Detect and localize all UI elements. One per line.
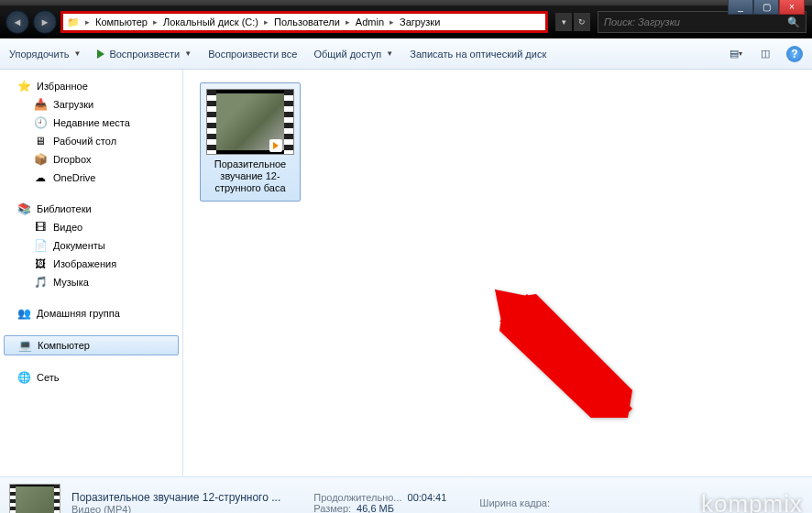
close-button[interactable]: × bbox=[779, 0, 805, 15]
documents-icon: 📄 bbox=[33, 238, 48, 253]
forward-button[interactable]: ► bbox=[33, 10, 57, 34]
file-name: Поразительное звучание 12-струнного баса bbox=[204, 158, 296, 195]
sidebar-label: Компьютер bbox=[38, 340, 90, 351]
preview-pane-button[interactable]: ◫ bbox=[757, 46, 774, 62]
details-thumbnail bbox=[9, 484, 60, 514]
breadcrumb-item[interactable]: Пользователи bbox=[272, 16, 342, 27]
refresh-button[interactable]: ↻ bbox=[574, 13, 590, 31]
details-duration-label: Продолжительно... bbox=[313, 492, 401, 503]
downloads-icon: 📥 bbox=[33, 97, 48, 112]
sidebar-item-label: Музыка bbox=[53, 277, 89, 288]
organize-button[interactable]: Упорядочить ▼ bbox=[9, 49, 81, 60]
sidebar-network-header[interactable]: 🌐 Сеть bbox=[0, 368, 182, 387]
sidebar-item-videos[interactable]: 🎞Видео bbox=[0, 218, 182, 236]
help-button[interactable]: ? bbox=[786, 46, 803, 62]
libraries-icon: 📚 bbox=[16, 202, 31, 216]
watermark: kompmix bbox=[701, 490, 803, 513]
main-area: ⭐ Избранное 📥Загрузки 🕘Недавние места 🖥Р… bbox=[0, 70, 812, 476]
minimize-button[interactable]: _ bbox=[728, 0, 753, 15]
titlebar: _ ▢ × bbox=[0, 0, 812, 5]
share-button[interactable]: Общий доступ ▼ bbox=[313, 49, 393, 60]
chevron-down-icon: ▼ bbox=[73, 49, 81, 58]
file-list[interactable]: Поразительное звучание 12-струнного баса bbox=[183, 70, 812, 476]
address-bar[interactable]: 📁 ▸ Компьютер ▸ Локальный диск (C:) ▸ По… bbox=[60, 11, 548, 33]
sidebar-item-label: OneDrive bbox=[53, 172, 95, 183]
annotation-arrow bbox=[495, 289, 642, 420]
chevron-down-icon: ▼ bbox=[184, 49, 192, 58]
pictures-icon: 🖼 bbox=[33, 256, 48, 271]
breadcrumb-item[interactable]: Загрузки bbox=[398, 16, 442, 27]
share-label: Общий доступ bbox=[313, 49, 381, 60]
play-all-button[interactable]: Воспроизвести все bbox=[208, 49, 297, 60]
play-button[interactable]: Воспроизвести ▼ bbox=[97, 49, 192, 60]
burn-button[interactable]: Записать на оптический диск bbox=[410, 49, 546, 60]
chevron-right-icon: ▸ bbox=[260, 17, 272, 27]
chevron-down-icon: ▼ bbox=[386, 49, 393, 58]
details-title: Поразительное звучание 12-струнного ... bbox=[71, 491, 280, 504]
navigation-bar: ◄ ► 📁 ▸ Компьютер ▸ Локальный диск (C:) … bbox=[0, 5, 812, 38]
play-icon bbox=[97, 49, 104, 59]
star-icon: ⭐ bbox=[16, 79, 31, 93]
breadcrumb-item[interactable]: Локальный диск (C:) bbox=[161, 16, 260, 27]
sidebar-label: Сеть bbox=[37, 372, 59, 383]
chevron-right-icon: ▸ bbox=[342, 17, 354, 27]
search-input[interactable] bbox=[604, 16, 787, 27]
sidebar-homegroup-header[interactable]: 👥 Домашняя группа bbox=[0, 304, 182, 322]
address-dropdown-button[interactable]: ▾ bbox=[555, 13, 572, 31]
breadcrumb-item[interactable]: Компьютер bbox=[93, 16, 149, 27]
play-overlay-icon bbox=[269, 139, 282, 152]
sidebar-item-documents[interactable]: 📄Документы bbox=[0, 236, 182, 255]
burn-label: Записать на оптический диск bbox=[410, 49, 546, 60]
dropbox-icon: 📦 bbox=[33, 152, 48, 167]
network-icon: 🌐 bbox=[16, 370, 31, 385]
video-icon: 🎞 bbox=[33, 220, 48, 235]
homegroup-icon: 👥 bbox=[16, 306, 31, 321]
sidebar-item-music[interactable]: 🎵Музыка bbox=[0, 273, 182, 291]
details-width-label: Ширина кадра: bbox=[479, 497, 550, 508]
sidebar-item-label: Видео bbox=[53, 222, 82, 233]
sidebar-computer-header[interactable]: 💻 Компьютер bbox=[4, 335, 179, 355]
sidebar-item-dropbox[interactable]: 📦Dropbox bbox=[0, 150, 182, 169]
sidebar-libraries-header[interactable]: 📚 Библиотеки bbox=[0, 200, 182, 218]
desktop-icon: 🖥 bbox=[33, 134, 48, 148]
sidebar-item-label: Изображения bbox=[53, 258, 116, 269]
details-duration: 00:04:41 bbox=[408, 492, 447, 503]
chevron-right-icon: ▸ bbox=[386, 17, 398, 27]
search-icon: 🔍 bbox=[787, 16, 800, 28]
view-options-button[interactable]: ▤▾ bbox=[728, 46, 744, 62]
toolbar: Упорядочить ▼ Воспроизвести ▼ Воспроизве… bbox=[0, 38, 812, 70]
breadcrumb-item[interactable]: Admin bbox=[354, 16, 386, 27]
chevron-right-icon: ▸ bbox=[149, 17, 161, 27]
details-type: Видео (MP4) bbox=[71, 504, 280, 514]
details-size: 46,6 МБ bbox=[357, 503, 394, 514]
svg-marker-4 bbox=[495, 289, 632, 418]
chevron-right-icon: ▸ bbox=[82, 17, 93, 27]
sidebar-label: Библиотеки bbox=[37, 203, 92, 214]
sidebar-item-label: Загрузки bbox=[53, 99, 93, 110]
sidebar-item-label: Недавние места bbox=[53, 117, 130, 128]
computer-icon: 💻 bbox=[17, 338, 32, 353]
music-icon: 🎵 bbox=[33, 275, 48, 289]
maximize-button[interactable]: ▢ bbox=[753, 0, 779, 15]
play-all-label: Воспроизвести все bbox=[208, 49, 297, 60]
file-item[interactable]: Поразительное звучание 12-струнного баса bbox=[200, 82, 301, 202]
address-actions: ▾ ↻ bbox=[555, 13, 590, 31]
details-pane: Поразительное звучание 12-струнного ... … bbox=[0, 476, 812, 513]
sidebar-item-pictures[interactable]: 🖼Изображения bbox=[0, 255, 182, 273]
sidebar-item-label: Рабочий стол bbox=[53, 136, 116, 147]
folder-icon: 📁 bbox=[67, 16, 80, 28]
sidebar-item-onedrive[interactable]: ☁OneDrive bbox=[0, 169, 182, 187]
recent-icon: 🕘 bbox=[33, 115, 48, 130]
sidebar-favorites-header[interactable]: ⭐ Избранное bbox=[0, 77, 182, 95]
play-label: Воспроизвести bbox=[109, 49, 180, 60]
navigation-pane: ⭐ Избранное 📥Загрузки 🕘Недавние места 🖥Р… bbox=[0, 70, 183, 476]
window-controls: _ ▢ × bbox=[728, 0, 805, 15]
sidebar-item-label: Документы bbox=[53, 240, 105, 251]
onedrive-icon: ☁ bbox=[33, 170, 48, 185]
back-button[interactable]: ◄ bbox=[5, 10, 29, 34]
sidebar-label: Домашняя группа bbox=[37, 308, 120, 319]
sidebar-item-downloads[interactable]: 📥Загрузки bbox=[0, 95, 182, 114]
sidebar-item-recent[interactable]: 🕘Недавние места bbox=[0, 114, 182, 132]
details-size-label: Размер: bbox=[313, 503, 351, 514]
sidebar-item-desktop[interactable]: 🖥Рабочий стол bbox=[0, 132, 182, 150]
